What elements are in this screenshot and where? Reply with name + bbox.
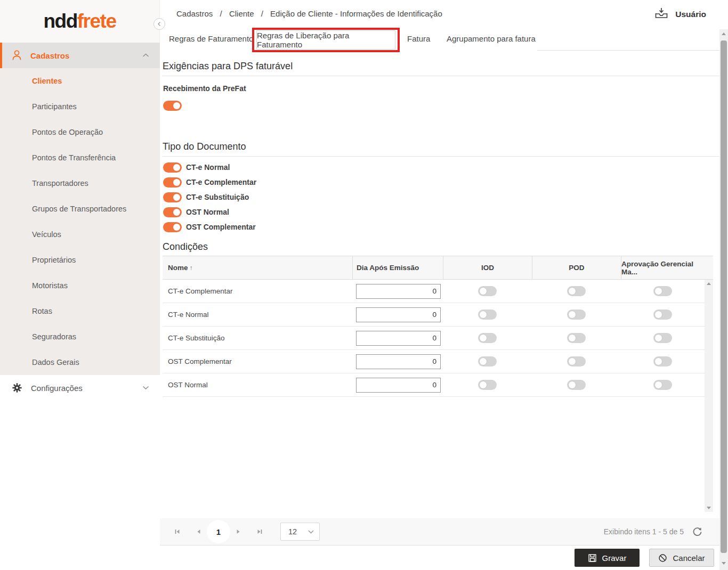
- sidebar-collapse-button[interactable]: [153, 18, 165, 30]
- sidebar-item-proprietarios[interactable]: Proprietários: [0, 247, 160, 273]
- dia-apos-emissao-input[interactable]: [356, 307, 441, 322]
- aprovacao-gerencial-toggle[interactable]: [653, 286, 672, 296]
- ost-normal-toggle[interactable]: [163, 207, 182, 217]
- toggle-knob: [479, 311, 487, 319]
- toggle-row-ost-normal: OST Normal: [163, 205, 719, 219]
- sidebar-item-veiculos[interactable]: Veículos: [0, 222, 160, 247]
- page-size-dropdown[interactable]: 12: [280, 523, 320, 541]
- grid-body: CT-e Complementar CT-e Normal: [163, 280, 713, 512]
- aprovacao-gerencial-toggle[interactable]: [653, 356, 672, 367]
- person-icon: [12, 49, 22, 62]
- iod-toggle[interactable]: [478, 333, 497, 343]
- sidebar-item-seguradoras[interactable]: Seguradoras: [0, 324, 160, 349]
- toggle-knob: [479, 287, 487, 295]
- dia-apos-emissao-input[interactable]: [356, 378, 441, 393]
- toggle-label: CT-e Complementar: [186, 178, 256, 186]
- ost-complementar-toggle[interactable]: [163, 222, 182, 232]
- first-page-button[interactable]: [171, 525, 184, 539]
- table-row: OST Normal: [163, 373, 705, 397]
- toggle-knob: [568, 334, 576, 342]
- table-row: CT-e Normal: [163, 303, 705, 327]
- grid-scrollbar[interactable]: [705, 280, 713, 512]
- sidebar-item-motoristas[interactable]: Motoristas: [0, 273, 160, 298]
- tab-regras-de-faturamento[interactable]: Regras de Faturamento: [169, 27, 253, 51]
- page-size-value: 12: [288, 527, 308, 536]
- pod-toggle[interactable]: [567, 310, 586, 320]
- refresh-icon[interactable]: [692, 527, 702, 537]
- tab-strip: Regras de Faturamento Regras de Liberaçã…: [160, 27, 719, 51]
- previous-page-button[interactable]: [192, 525, 206, 539]
- scroll-up-icon[interactable]: [707, 282, 711, 285]
- breadcrumb-cadastros[interactable]: Cadastros: [176, 9, 213, 18]
- sidebar-item-pontos-de-transferencia[interactable]: Pontos de Transferência: [0, 145, 160, 170]
- dia-apos-emissao-input[interactable]: [356, 284, 441, 299]
- user-menu[interactable]: Usuário: [654, 7, 706, 22]
- sidebar-item-rotas[interactable]: Rotas: [0, 298, 160, 324]
- last-page-button[interactable]: [253, 525, 266, 539]
- pod-toggle[interactable]: [567, 286, 586, 296]
- tab-agrupamento-para-fatura[interactable]: Agrupamento para fatura: [447, 27, 536, 51]
- breadcrumb-cliente[interactable]: Cliente: [229, 9, 254, 18]
- gear-icon: [12, 382, 22, 393]
- pod-toggle[interactable]: [567, 333, 586, 343]
- sidebar-group-configuracoes[interactable]: Configurações: [0, 375, 160, 401]
- save-button[interactable]: Gravar: [575, 549, 640, 567]
- scrollbar-thumb[interactable]: [721, 40, 727, 553]
- sidebar-item-transportadores[interactable]: Transportadores: [0, 170, 160, 196]
- sidebar-menu: Clientes Participantes Pontos de Operaçã…: [0, 68, 160, 375]
- column-header-dia-apos-emissao[interactable]: Dia Após Emissão: [352, 256, 443, 279]
- sidebar-item-pontos-de-operacao[interactable]: Pontos de Operação: [0, 119, 160, 145]
- cte-substituicao-toggle[interactable]: [163, 192, 182, 202]
- toggle-knob: [654, 287, 662, 295]
- sidebar-group-cadastros[interactable]: Cadastros: [0, 43, 160, 68]
- scroll-up-icon[interactable]: [722, 32, 726, 35]
- pagination-bar: 1 12 Exibindo itens 1 - 5 de 5: [160, 518, 719, 545]
- section-title-exigencias: Exigências para DPS faturável: [163, 61, 719, 76]
- page-scrollbar[interactable]: [719, 0, 728, 570]
- top-bar: Cadastros / Cliente / Edição de Cliente …: [160, 0, 719, 27]
- pod-toggle[interactable]: [567, 380, 586, 390]
- iod-toggle[interactable]: [478, 286, 497, 296]
- cte-normal-toggle[interactable]: [163, 162, 182, 173]
- tab-regras-de-liberacao-para-faturamento[interactable]: Regras de Liberação para Faturamento: [256, 30, 395, 50]
- toggle-knob: [479, 381, 487, 389]
- iod-toggle[interactable]: [478, 380, 497, 390]
- cancel-icon: [658, 553, 667, 563]
- breadcrumb-separator: /: [261, 9, 263, 18]
- scrollbar-track[interactable]: [719, 29, 728, 570]
- pod-toggle[interactable]: [567, 356, 586, 367]
- column-header-aprovacao-gerencial[interactable]: Aprovação Gerencial Ma...: [621, 256, 705, 279]
- cancel-button[interactable]: Cancelar: [649, 549, 714, 567]
- sidebar-item-dados-gerais[interactable]: Dados Gerais: [0, 349, 160, 375]
- cte-complementar-toggle[interactable]: [163, 177, 182, 188]
- prefat-toggle[interactable]: [163, 101, 182, 111]
- dia-apos-emissao-input[interactable]: [356, 354, 441, 369]
- prefat-label: Recebimento da PreFat: [163, 84, 719, 93]
- iod-toggle[interactable]: [478, 356, 497, 367]
- column-header-iod[interactable]: IOD: [443, 256, 532, 279]
- toggle-knob: [479, 357, 487, 365]
- sidebar-item-clientes[interactable]: Clientes: [0, 68, 160, 94]
- column-header-nome[interactable]: Nome ↑: [163, 256, 352, 279]
- aprovacao-gerencial-toggle[interactable]: [653, 310, 672, 320]
- column-header-label: Nome: [168, 264, 188, 272]
- current-page-button[interactable]: 1: [207, 520, 230, 543]
- dia-apos-emissao-input[interactable]: [356, 331, 441, 346]
- toggle-row-cte-complementar: CT-e Complementar: [163, 175, 719, 190]
- tab-fatura[interactable]: Fatura: [407, 27, 430, 51]
- aprovacao-gerencial-toggle[interactable]: [653, 380, 672, 390]
- tab-content: Exigências para DPS faturável Recebiment…: [160, 51, 719, 567]
- toggle-knob: [568, 357, 576, 365]
- sidebar-item-participantes[interactable]: Participantes: [0, 94, 160, 119]
- aprovacao-gerencial-toggle[interactable]: [653, 333, 672, 343]
- iod-toggle[interactable]: [478, 310, 497, 320]
- column-header-pod[interactable]: POD: [532, 256, 621, 279]
- grid-header-row: Nome ↑ Dia Após Emissão IOD POD Aprovaçã…: [163, 256, 713, 280]
- row-name: OST Complementar: [163, 357, 352, 365]
- nddfrete-logo: nddfrete: [43, 10, 116, 32]
- sidebar-item-grupos-de-transportadores[interactable]: Grupos de Transportadores: [0, 196, 160, 222]
- scroll-down-icon[interactable]: [707, 507, 711, 509]
- chevron-down-icon: [142, 386, 149, 390]
- next-page-button[interactable]: [231, 525, 245, 539]
- scroll-down-icon[interactable]: [722, 562, 726, 565]
